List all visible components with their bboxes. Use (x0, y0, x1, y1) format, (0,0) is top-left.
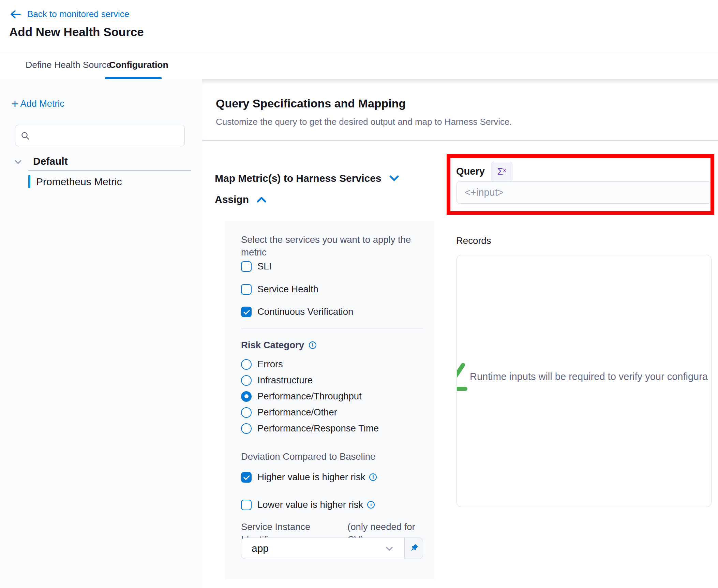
service-instance-select[interactable]: app (241, 538, 405, 559)
query-input-value: <+input> (465, 187, 504, 198)
higher-value-label: Higher value is higher risk (257, 472, 365, 483)
page-title: Add New Health Source (9, 25, 144, 39)
checkbox-row-service-health[interactable]: Service Health (241, 284, 318, 295)
active-tab-underline (105, 77, 162, 79)
query-label: Query (456, 166, 485, 177)
tab-define-health-source[interactable]: Define Health Source (26, 60, 111, 70)
sli-checkbox[interactable] (241, 261, 252, 272)
info-icon[interactable] (367, 501, 375, 509)
records-message: Runtime inputs will be required to verif… (470, 371, 710, 382)
chevron-down-icon (385, 546, 393, 551)
errors-radio[interactable] (241, 359, 252, 370)
performance-other-radio[interactable] (241, 407, 252, 418)
panel-divider (241, 328, 423, 328)
assign-section-label: Assign (215, 194, 249, 205)
service-instance-value: app (252, 543, 269, 554)
add-metric-button[interactable]: + Add Metric (11, 98, 64, 110)
metric-search-input[interactable] (15, 125, 185, 146)
tab-configuration[interactable]: Configuration (109, 60, 168, 70)
heading-divider (202, 140, 718, 141)
errors-label: Errors (257, 359, 283, 370)
radio-row-errors[interactable]: Errors (241, 359, 283, 370)
radio-row-performance-throughput[interactable]: Performance/Throughput (241, 391, 362, 402)
add-health-source-page: Back to monitored service Add New Health… (0, 0, 718, 588)
pin-button[interactable] (404, 538, 423, 559)
continuous-verification-checkbox[interactable] (241, 307, 252, 317)
checkbox-row-continuous-verification[interactable]: Continuous Verification (241, 306, 353, 317)
radio-row-performance-response-time[interactable]: Performance/Response Time (241, 423, 379, 434)
service-health-checkbox[interactable] (241, 284, 252, 295)
infrastructure-label: Infrastructure (257, 375, 313, 386)
deviation-label: Deviation Compared to Baseline (241, 450, 375, 463)
records-label: Records (456, 235, 491, 246)
performance-response-time-radio[interactable] (241, 423, 252, 434)
service-health-label: Service Health (257, 284, 318, 295)
lower-value-label: Lower value is higher risk (257, 499, 363, 510)
performance-throughput-label: Performance/Throughput (257, 391, 362, 402)
checkbox-row-higher-risk[interactable]: Higher value is higher risk (241, 472, 377, 483)
tab-bar: Define Health Source Configuration (0, 52, 718, 79)
plus-icon: + (11, 98, 19, 110)
records-panel: Runtime inputs will be required to verif… (457, 255, 712, 507)
map-metrics-section-toggle[interactable]: Map Metric(s) to Harness Services (215, 173, 399, 184)
sidebar-item-prometheus-metric[interactable]: Prometheus Metric (0, 175, 202, 189)
risk-category-label: Risk Category (241, 340, 304, 351)
back-link-label[interactable]: Back to monitored service (27, 9, 129, 19)
group-divider (28, 170, 191, 171)
selected-metric-indicator (28, 175, 30, 188)
info-icon[interactable] (369, 473, 377, 481)
performance-other-label: Performance/Other (257, 407, 337, 418)
sli-label: SLI (257, 261, 271, 272)
search-icon (21, 131, 30, 141)
section-subheading: Customize the query to get the desired o… (216, 117, 512, 127)
query-input[interactable]: <+input> (456, 181, 712, 204)
back-link[interactable]: Back to monitored service (10, 9, 129, 19)
map-metrics-section-label: Map Metric(s) to Harness Services (215, 173, 382, 184)
chevron-up-icon (256, 196, 267, 203)
performance-response-time-label: Performance/Response Time (257, 423, 379, 434)
metrics-sidebar: + Add Metric Default Prometheus Metric (0, 79, 202, 588)
back-arrow-icon (10, 9, 21, 19)
metric-group-label: Default (33, 156, 68, 167)
risk-category-header: Risk Category (241, 340, 316, 351)
metric-item-label: Prometheus Metric (36, 176, 122, 188)
chevron-down-icon (14, 160, 22, 166)
expression-sigma-button[interactable]: Σˣ (491, 162, 512, 182)
add-metric-label: Add Metric (20, 99, 64, 109)
continuous-verification-label: Continuous Verification (257, 306, 353, 317)
radio-row-performance-other[interactable]: Performance/Other (241, 407, 337, 418)
chevron-down-icon (389, 175, 399, 182)
higher-value-checkbox[interactable] (241, 472, 252, 483)
assign-section-toggle[interactable]: Assign (215, 194, 267, 205)
checkbox-row-lower-risk[interactable]: Lower value is higher risk (241, 499, 375, 510)
pin-icon (408, 543, 419, 554)
infrastructure-radio[interactable] (241, 375, 252, 386)
info-icon[interactable] (309, 341, 316, 349)
performance-throughput-radio[interactable] (241, 391, 252, 402)
radio-row-infrastructure[interactable]: Infrastructure (241, 375, 313, 386)
services-question-label: Select the services you want to apply th… (241, 233, 418, 259)
checkbox-row-sli[interactable]: SLI (241, 261, 271, 272)
metric-group-default[interactable]: Default (0, 156, 202, 169)
lower-value-checkbox[interactable] (241, 500, 252, 510)
section-heading: Query Specifications and Mapping (216, 97, 406, 110)
